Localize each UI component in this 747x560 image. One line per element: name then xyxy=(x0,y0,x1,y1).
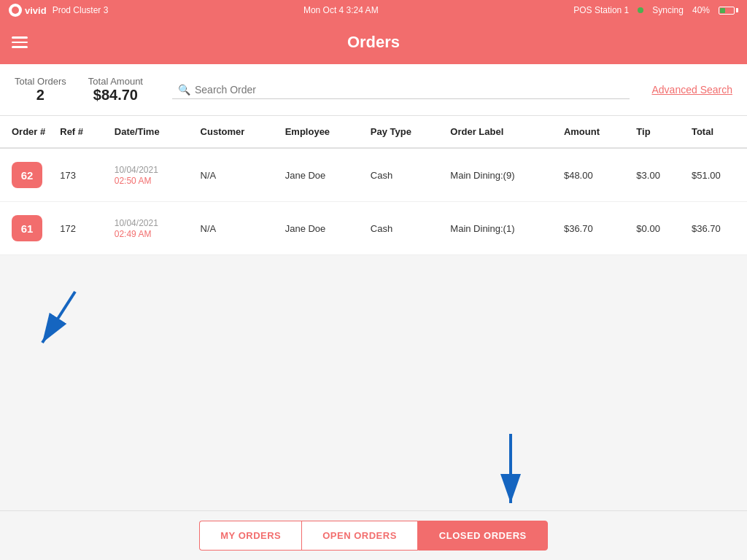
col-header-order-label: Order Label xyxy=(443,116,557,148)
advanced-search-link[interactable]: Advanced Search xyxy=(651,84,732,96)
cell-pay-type: Cash xyxy=(363,148,444,202)
cell-pay-type: Cash xyxy=(363,202,444,255)
battery-bar xyxy=(719,7,735,15)
syncing-dot-icon xyxy=(638,7,643,13)
bottom-nav: MY ORDERS OPEN ORDERS CLOSED ORDERS xyxy=(0,510,747,560)
status-bar: vivid Prod Cluster 3 Mon Oct 4 3:24 AM P… xyxy=(0,0,747,20)
cell-total: $51.00 xyxy=(684,148,747,202)
cell-tip: $3.00 xyxy=(629,148,684,202)
orders-table-wrapper: Order # Ref # Date/Time Customer Employe… xyxy=(0,116,747,255)
order-badge: 61 xyxy=(12,215,42,241)
battery-indicator xyxy=(719,7,738,15)
cell-datetime: 10/04/202102:49 AM xyxy=(107,202,193,255)
open-orders-button[interactable]: OPEN ORDERS xyxy=(301,521,418,551)
summary-row: Total Orders 2 Total Amount $84.70 🔍 Adv… xyxy=(0,64,747,116)
vivid-logo: vivid xyxy=(9,4,47,17)
cell-order-label: Main Dining:(9) xyxy=(443,148,557,202)
total-orders-label: Total Orders xyxy=(15,76,66,87)
hamburger-line-2 xyxy=(12,42,28,44)
arrow-row61 xyxy=(28,284,86,360)
vivid-label: vivid xyxy=(25,5,47,16)
battery-fill xyxy=(720,8,725,13)
cell-customer: N/A xyxy=(193,148,278,202)
cluster-label: Prod Cluster 3 xyxy=(53,5,109,15)
table-row[interactable]: 6117210/04/202102:49 AMN/AJane DoeCashMa… xyxy=(0,202,747,255)
status-bar-right: POS Station 1 Syncing 40% xyxy=(573,5,738,15)
search-container: 🔍 xyxy=(172,81,630,99)
date-part: 10/04/2021 xyxy=(115,165,186,175)
page-title: Orders xyxy=(347,33,400,52)
cell-datetime: 10/04/202102:50 AM xyxy=(107,148,193,202)
my-orders-button[interactable]: MY ORDERS xyxy=(199,521,301,551)
hamburger-menu-button[interactable] xyxy=(12,36,28,48)
table-row[interactable]: 6217310/04/202102:50 AMN/AJane DoeCashMa… xyxy=(0,148,747,202)
station-label: POS Station 1 xyxy=(573,5,629,15)
cell-ref: 172 xyxy=(53,202,107,255)
col-header-tip: Tip xyxy=(629,116,684,148)
cell-order-label: Main Dining:(1) xyxy=(443,202,557,255)
closed-orders-button[interactable]: CLOSED ORDERS xyxy=(418,521,548,551)
cell-tip: $0.00 xyxy=(629,202,684,255)
cell-order-badge: 62 xyxy=(0,148,53,202)
battery-label: 40% xyxy=(692,5,710,15)
arrow-closed-orders xyxy=(489,430,533,521)
time-part: 02:50 AM xyxy=(115,176,186,186)
cell-employee: Jane Doe xyxy=(278,202,363,255)
vivid-icon xyxy=(9,4,22,17)
total-orders-summary: Total Orders 2 xyxy=(15,76,66,104)
search-input[interactable] xyxy=(195,84,624,96)
total-orders-value: 2 xyxy=(36,87,44,104)
col-header-employee: Employee xyxy=(278,116,363,148)
total-amount-value: $84.70 xyxy=(93,87,138,104)
date-part: 10/04/2021 xyxy=(115,218,186,228)
col-header-amount: Amount xyxy=(557,116,629,148)
cell-order-badge: 61 xyxy=(0,202,53,255)
cell-amount: $48.00 xyxy=(557,148,629,202)
col-header-total: Total xyxy=(684,116,747,148)
svg-line-2 xyxy=(42,292,75,343)
hamburger-line-3 xyxy=(12,46,28,48)
cell-customer: N/A xyxy=(193,202,278,255)
col-header-ref: Ref # xyxy=(53,116,107,148)
total-amount-summary: Total Amount $84.70 xyxy=(88,76,143,104)
hamburger-line-1 xyxy=(12,36,28,39)
cell-total: $36.70 xyxy=(684,202,747,255)
order-badge: 62 xyxy=(12,162,42,188)
total-amount-label: Total Amount xyxy=(88,76,143,87)
table-header-row: Order # Ref # Date/Time Customer Employe… xyxy=(0,116,747,148)
battery-tip xyxy=(736,8,738,12)
cell-ref: 173 xyxy=(53,148,107,202)
cell-employee: Jane Doe xyxy=(278,148,363,202)
status-bar-datetime: Mon Oct 4 3:24 AM xyxy=(303,5,379,15)
syncing-label: Syncing xyxy=(652,5,684,15)
col-header-customer: Customer xyxy=(193,116,278,148)
cell-amount: $36.70 xyxy=(557,202,629,255)
col-header-datetime: Date/Time xyxy=(107,116,193,148)
search-icon: 🔍 xyxy=(178,84,190,96)
time-part: 02:49 AM xyxy=(115,229,186,239)
col-header-pay-type: Pay Type xyxy=(363,116,444,148)
header: Orders xyxy=(0,20,747,64)
table-body: 6217310/04/202102:50 AMN/AJane DoeCashMa… xyxy=(0,148,747,255)
status-bar-left: vivid Prod Cluster 3 xyxy=(9,4,108,17)
col-header-order-num: Order # xyxy=(0,116,53,148)
svg-point-0 xyxy=(12,7,19,14)
orders-table: Order # Ref # Date/Time Customer Employe… xyxy=(0,116,747,255)
